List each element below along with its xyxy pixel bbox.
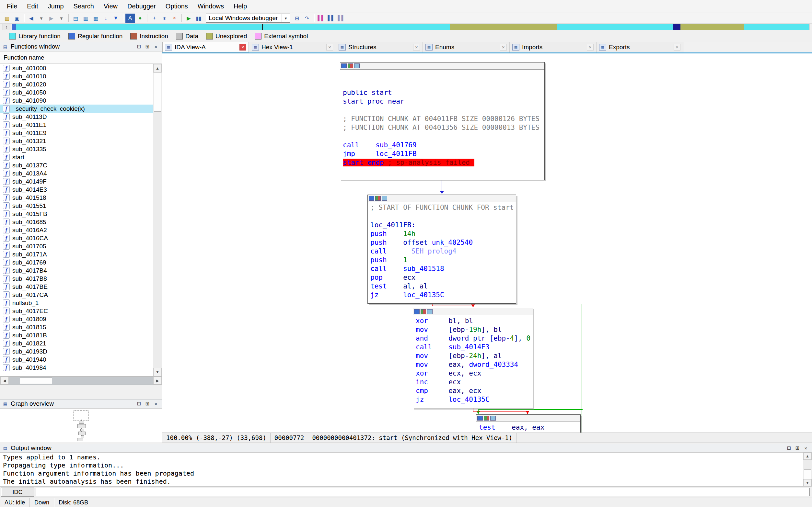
disasm-line[interactable] <box>343 132 542 141</box>
function-list-item[interactable]: fsub_40171A <box>0 250 153 258</box>
disasm-line[interactable] <box>343 71 542 80</box>
function-list-item[interactable]: fsub_401984 <box>0 363 153 372</box>
navigate-back-icon[interactable]: ◀ <box>27 14 36 23</box>
forward-history-icon[interactable]: ▾ <box>57 14 66 23</box>
function-list-item[interactable]: fsub_401705 <box>0 242 153 250</box>
disasm-line[interactable]: call sub_401769 <box>343 141 542 150</box>
disasm-line[interactable]: start endp ; sp-analysis failed <box>343 158 542 167</box>
ascii-strings-icon[interactable]: A <box>125 14 135 23</box>
function-list-item[interactable]: fsub_4016A2 <box>0 226 153 234</box>
navigate-forward-icon[interactable]: ▶ <box>47 14 56 23</box>
menu-file[interactable]: File <box>2 0 22 13</box>
disasm-line[interactable]: mov [ebp-24h], al <box>416 352 530 360</box>
tab-close-icon[interactable]: × <box>674 44 680 51</box>
disasm-line[interactable]: test al, al <box>370 282 513 291</box>
functions-horizontal-scrollbar[interactable]: ◀ ▶ <box>0 377 162 385</box>
disasm-line[interactable]: jz loc_40135C <box>416 395 530 404</box>
function-list-item[interactable]: fnullsub_1 <box>0 299 153 307</box>
output-vertical-scrollbar[interactable]: ▲ ▼ <box>803 453 812 486</box>
disasm-line[interactable]: mov [ebp-19h], bl <box>416 325 530 334</box>
navband-menu-icon[interactable]: ↕ <box>3 24 10 30</box>
function-list-item[interactable]: fsub_401685 <box>0 218 153 226</box>
function-list-item[interactable]: fsub_401769 <box>0 258 153 267</box>
restore-icon[interactable]: ⊡ <box>785 445 793 451</box>
disasm-line[interactable]: loc_4011FB: <box>370 221 513 230</box>
function-list-item[interactable]: fsub_4017CA <box>0 291 153 299</box>
close-icon[interactable]: × <box>152 400 160 407</box>
menu-options[interactable]: Options <box>161 0 193 13</box>
start-process-icon[interactable]: ▶ <box>184 14 194 23</box>
disasm-line[interactable] <box>370 212 513 221</box>
graph-node-titlebar[interactable] <box>413 308 533 315</box>
disasm-line[interactable]: ; FUNCTION CHUNK AT 004011FB SIZE 000001… <box>343 115 542 123</box>
close-icon[interactable]: × <box>802 445 810 451</box>
tab-close-icon[interactable]: × <box>326 44 333 51</box>
disasm-line[interactable]: call sub_401518 <box>370 265 513 273</box>
graph-view[interactable]: public startstart proc near ; FUNCTION C… <box>162 53 812 433</box>
disasm-line[interactable]: push offset unk_402540 <box>370 238 513 247</box>
disasm-line[interactable]: and dword ptr [ebp-4], 0 <box>416 334 530 343</box>
output-window[interactable]: Types applied to 1 names.Propagating typ… <box>0 452 812 487</box>
graph-node[interactable]: public startstart proc near ; FUNCTION C… <box>340 62 545 180</box>
jump-offset-icon[interactable]: ▼ <box>111 14 120 23</box>
function-list-item[interactable]: fsub_4013A4 <box>0 169 153 177</box>
tab-close-icon[interactable]: × <box>413 44 420 51</box>
function-list-item[interactable]: fsub_40181B <box>0 331 153 339</box>
graph-node-titlebar[interactable] <box>368 195 516 202</box>
segments-window-icon[interactable]: ▦ <box>91 14 100 23</box>
function-list-item[interactable]: fsub_401518 <box>0 193 153 202</box>
tab-hex-view-1[interactable]: ▦Hex View-1× <box>249 42 336 52</box>
function-list-item[interactable]: fsub_4016CA <box>0 234 153 242</box>
xrefs-list-icon[interactable]: ▤ <box>71 14 80 23</box>
pause-process-icon[interactable]: ▮▮ <box>194 14 203 23</box>
function-name-column-header[interactable]: Function name <box>0 52 162 64</box>
function-list-item[interactable]: fsub_401940 <box>0 355 153 363</box>
function-list-item[interactable]: fsub_4017B4 <box>0 267 153 275</box>
disasm-line[interactable]: call __SEH_prolog4 <box>370 247 513 256</box>
menu-view[interactable]: View <box>99 0 122 13</box>
disasm-line[interactable]: xor ecx, ecx <box>416 369 530 378</box>
search-icon[interactable]: ● <box>136 14 145 23</box>
tab-structures[interactable]: ▦Structures× <box>336 42 423 52</box>
function-list-item[interactable]: fsub_4014E3 <box>0 185 153 193</box>
disasm-line[interactable]: public start <box>343 89 542 97</box>
function-list-item[interactable]: fsub_4017BE <box>0 283 153 291</box>
menu-edit[interactable]: Edit <box>22 0 43 13</box>
back-history-icon[interactable]: ▾ <box>37 14 46 23</box>
disasm-line[interactable] <box>343 80 542 89</box>
scroll-left-icon[interactable]: ◀ <box>0 377 9 385</box>
tab-close-icon[interactable]: × <box>240 44 246 51</box>
tab-enums[interactable]: ▦Enums× <box>423 42 510 52</box>
idc-input[interactable] <box>36 488 810 496</box>
scroll-right-icon[interactable]: ▶ <box>153 377 162 385</box>
restore-icon[interactable]: ⊡ <box>135 400 143 407</box>
menu-help[interactable]: Help <box>229 0 252 13</box>
function-list-item[interactable]: fsub_4011E9 <box>0 129 153 137</box>
function-list-item[interactable]: f_security_check_cookie(x) <box>0 105 153 113</box>
scrollbar-thumb[interactable] <box>154 73 161 112</box>
function-list-item[interactable]: fsub_401321 <box>0 137 153 145</box>
take-snapshot-icon[interactable]: ↷ <box>302 14 312 23</box>
edit-struct-icon[interactable]: ∗ <box>160 14 169 23</box>
disasm-line[interactable]: test eax, eax <box>479 423 578 432</box>
graph-node[interactable]: test eax, eax <box>476 414 581 433</box>
debugger-select[interactable]: Local Windows debugger ▾ <box>206 14 290 23</box>
tab-close-icon[interactable]: × <box>500 44 507 51</box>
chevron-down-icon[interactable]: ▾ <box>282 14 290 22</box>
graph-node-titlebar[interactable] <box>476 415 580 422</box>
function-list-item[interactable]: fsub_401020 <box>0 80 153 89</box>
restore-icon[interactable]: ⊡ <box>135 43 143 50</box>
function-list-item[interactable]: fsub_401090 <box>0 97 153 105</box>
function-list-item[interactable]: fsub_40113D <box>0 113 153 121</box>
close-icon[interactable]: × <box>152 43 160 50</box>
float-icon[interactable]: ⊞ <box>144 400 151 407</box>
disasm-line[interactable]: pop ecx <box>370 273 513 282</box>
disasm-line[interactable]: start proc near <box>343 97 542 106</box>
menu-jump[interactable]: Jump <box>43 0 69 13</box>
graph-node[interactable]: ; START OF FUNCTION CHUNK FOR start loc_… <box>367 194 516 304</box>
disasm-line[interactable]: jmp loc_4011FB <box>343 150 542 158</box>
disasm-line[interactable]: call sub_4014E3 <box>416 343 530 352</box>
menu-search[interactable]: Search <box>69 0 99 13</box>
tab-close-icon[interactable]: × <box>587 44 594 51</box>
tab-imports[interactable]: ▦Imports× <box>510 42 597 52</box>
